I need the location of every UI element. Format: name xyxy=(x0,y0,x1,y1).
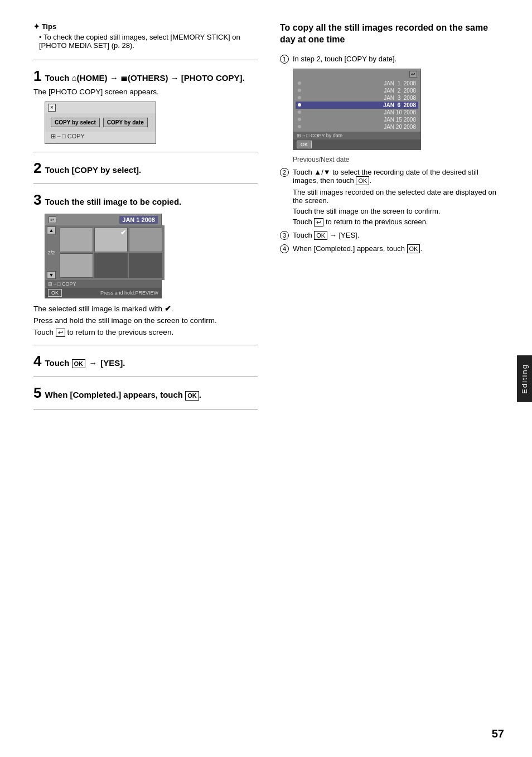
step-3-line-1: The selected still image is marked with … xyxy=(33,304,258,313)
tips-title: ✦ Tips xyxy=(33,22,258,31)
thumb-cell-6[interactable] xyxy=(129,253,162,278)
right-column: To copy all the still images recorded on… xyxy=(280,22,504,417)
thumb-date: JAN 1 2008 xyxy=(119,216,158,224)
date-row-4-highlighted[interactable]: JAN 6 2008 xyxy=(296,102,418,109)
page-number-footer: 57 xyxy=(492,727,504,740)
copy-by-select-btn[interactable]: COPY by select xyxy=(51,118,100,127)
right-step-1-num: 1 xyxy=(280,55,289,64)
nav-arrow-icon[interactable]: ↩ xyxy=(49,216,56,223)
ok-box-4: OK xyxy=(72,359,86,368)
date-screen-ok-bar: OK xyxy=(293,139,420,150)
thumb-cell-2[interactable]: ✔ xyxy=(94,228,128,252)
return-icon-r2: ↩ xyxy=(314,218,323,226)
divider-6 xyxy=(33,409,258,409)
right-step-2-text: Touch ▲/▼ to select the recording date o… xyxy=(293,168,478,185)
thumb-ok-btn[interactable]: OK xyxy=(48,289,62,297)
divider-2 xyxy=(33,152,258,152)
step-5-block: 5 When [Completed.] appears, touch OK. xyxy=(33,385,258,401)
divider-4 xyxy=(33,345,258,345)
step-1-body: The [PHOTO COPY] screen appears. × COPY … xyxy=(33,88,258,144)
editing-sidebar: Editing xyxy=(517,355,532,402)
right-step-2-sub2: Touch the still image on the screen to c… xyxy=(293,207,504,215)
date-row-5[interactable]: JAN 10 2008 xyxy=(296,109,418,116)
nav-down-btn[interactable]: ▼ xyxy=(47,271,56,279)
ok-box-5: OK xyxy=(185,391,199,400)
ok-box-r4: OK xyxy=(407,244,420,253)
thumb-cell-4[interactable] xyxy=(60,253,93,278)
step-5-number: 5 xyxy=(33,385,41,401)
left-column: ✦ Tips To check the copied still images,… xyxy=(33,22,258,417)
tips-section: ✦ Tips To check the copied still images,… xyxy=(33,22,258,50)
right-step-2-sub3: Touch ↩ to return to the previous screen… xyxy=(293,218,504,226)
check-mark: ✔ xyxy=(120,229,126,237)
right-step-3: 3 Touch OK → [YES]. xyxy=(280,231,504,240)
tips-text: To check the copied still images, select… xyxy=(33,33,258,50)
step-3-block: 3 Touch the still image to be copied. ↩ … xyxy=(33,192,258,337)
right-step-1-body: In step 2, touch [COPY by date]. ↩ JAN 1… xyxy=(293,55,504,163)
ok-box-r2: OK xyxy=(356,176,369,185)
right-section-heading: To copy all the still images recorded on… xyxy=(280,22,504,46)
step-1-block: 1 Touch ⌂(HOME) → ≣(OTHERS) → [PHOTO COP… xyxy=(33,68,258,144)
screen-buttons-row: COPY by select COPY by date xyxy=(45,113,156,132)
thumb-cell-1[interactable] xyxy=(60,228,93,252)
step-4-title: Touch OK → [YES]. xyxy=(45,358,125,368)
right-step-2: 2 Touch ▲/▼ to select the recording date… xyxy=(280,168,504,226)
divider-3 xyxy=(33,184,258,184)
step-2-block: 2 Touch [COPY by select]. xyxy=(33,160,258,176)
copy-by-date-label: ⊞→□ COPY by date xyxy=(293,132,420,139)
thumbnail-screen: ↩ JAN 1 2008 ▲ 2/2 ▼ xyxy=(45,214,162,298)
tips-icon: ✦ xyxy=(33,22,42,31)
step-4-number: 4 xyxy=(33,353,41,369)
right-step-3-num: 3 xyxy=(280,231,289,240)
step-3-line-2: Press and hold the still image on the sc… xyxy=(33,316,258,325)
right-step-4-text: When [Completed.] appears, touch OK. xyxy=(293,244,422,253)
thumb-cell-3[interactable] xyxy=(129,228,162,252)
step-3-title: Touch the still image to be copied. xyxy=(45,197,181,206)
right-step-3-text: Touch OK → [YES]. xyxy=(293,231,359,239)
right-step-3-body: Touch OK → [YES]. xyxy=(293,231,504,240)
step-1-number: 1 xyxy=(33,68,41,84)
date-row-1[interactable]: JAN 1 2008 xyxy=(296,80,418,87)
page-number: 2/2 xyxy=(48,250,55,255)
step-3-line-3: Touch ↩ to return to the previous screen… xyxy=(33,328,258,337)
right-step-2-sub1: The still images recorded on the selecte… xyxy=(293,188,504,205)
step-3-number: 3 xyxy=(33,192,41,208)
thumb-copy-label: ⊞→□ COPY xyxy=(48,281,76,287)
date-screen-arrow[interactable]: ↩ xyxy=(409,71,417,78)
step-2-number: 2 xyxy=(33,160,41,176)
nav-up-btn[interactable]: ▲ xyxy=(47,226,56,234)
copy-label: ⊞→□ COPY xyxy=(45,132,156,143)
step-5-title: When [Completed.] appears, touch OK. xyxy=(45,390,201,400)
step-2-title: Touch [COPY by select]. xyxy=(45,165,141,175)
close-button[interactable]: × xyxy=(48,104,56,112)
thumb-preview-label: Press and hold:PREVIEW xyxy=(100,290,158,296)
ok-box-r3: OK xyxy=(314,231,327,240)
date-list: JAN 1 2008 JAN 2 2008 JAN 3 2008 JAN 6 2… xyxy=(293,79,420,132)
date-row-7[interactable]: JAN 20 2008 xyxy=(296,123,418,131)
date-ok-btn[interactable]: OK xyxy=(297,141,312,148)
right-step-4-body: When [Completed.] appears, touch OK. xyxy=(293,244,504,253)
right-step-4: 4 When [Completed.] appears, touch OK. xyxy=(280,244,504,253)
return-icon-3: ↩ xyxy=(56,329,65,337)
photo-copy-screen: × COPY by select COPY by date ⊞→□ COPY xyxy=(45,102,156,144)
right-step-2-body: Touch ▲/▼ to select the recording date o… xyxy=(293,168,504,226)
prev-next-label: Previous/Next date xyxy=(293,156,504,163)
thumb-cell-5[interactable] xyxy=(94,253,128,278)
date-screen: ↩ JAN 1 2008 JAN 2 2008 JAN 3 2008 JAN 6… xyxy=(293,69,421,150)
copy-by-date-btn[interactable]: COPY by date xyxy=(103,118,148,127)
step-3-body: ↩ JAN 1 2008 ▲ 2/2 ▼ xyxy=(33,214,258,337)
date-row-3[interactable]: JAN 3 2008 xyxy=(296,94,418,102)
right-step-1: 1 In step 2, touch [COPY by date]. ↩ JAN… xyxy=(280,55,504,163)
right-step-4-num: 4 xyxy=(280,244,289,253)
step-1-title: Touch ⌂(HOME) → ≣(OTHERS) → [PHOTO COPY]… xyxy=(45,73,244,83)
right-step-2-num: 2 xyxy=(280,168,289,177)
date-row-6[interactable]: JAN 15 2008 xyxy=(296,116,418,123)
divider-5 xyxy=(33,377,258,377)
divider-1 xyxy=(33,60,258,60)
date-row-2[interactable]: JAN 2 2008 xyxy=(296,87,418,94)
step-4-block: 4 Touch OK → [YES]. xyxy=(33,353,258,369)
